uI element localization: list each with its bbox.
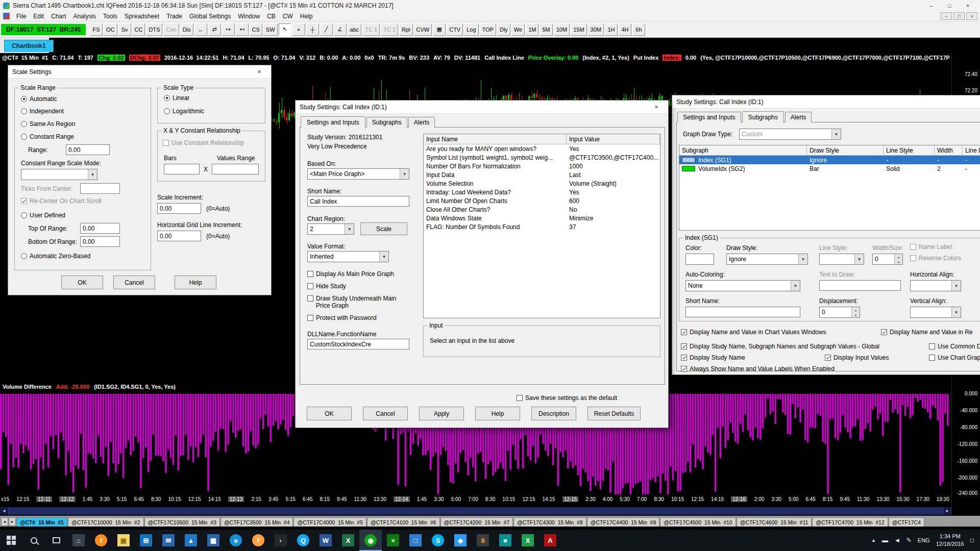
- subgraph-row[interactable]: Index (SG1) Ignore - - -: [679, 156, 980, 164]
- input-row[interactable]: Data Windows State Minimize: [424, 214, 660, 222]
- scroll-left-arrow-icon[interactable]: ◄: [0, 507, 8, 515]
- sv-button[interactable]: Sv: [118, 23, 131, 36]
- tf-6h-button[interactable]: 6h: [632, 23, 645, 36]
- tab-scroll-left-icon[interactable]: ◄: [1, 517, 8, 526]
- tab-alerts[interactable]: Alerts: [408, 117, 435, 128]
- line-style-select[interactable]: ▾: [819, 254, 864, 265]
- independent-radio[interactable]: Independent: [21, 108, 64, 115]
- scale-range-icon-button[interactable]: ↔: [194, 23, 207, 36]
- tray-pen-icon[interactable]: ✎: [906, 537, 912, 544]
- word-icon[interactable]: W: [314, 530, 337, 551]
- text-to-draw-field[interactable]: [819, 280, 901, 291]
- linear-radio[interactable]: Linear: [164, 94, 189, 102]
- subgraph-short-name-field[interactable]: [685, 307, 800, 317]
- photos-icon[interactable]: ▲: [180, 530, 202, 551]
- vertical-align-select[interactable]: ▾: [910, 307, 961, 318]
- scrollbar-thumb[interactable]: [8, 507, 943, 515]
- logarithmic-radio[interactable]: Logarithmic: [164, 108, 204, 115]
- tray-volume-icon[interactable]: ◄: [894, 537, 900, 544]
- reverse-colors-checkbox[interactable]: Reverse Colors: [910, 255, 961, 262]
- column-header[interactable]: Subgraph: [679, 145, 807, 156]
- app-8-icon[interactable]: 8: [472, 530, 494, 551]
- grid-app-icon[interactable]: □: [404, 530, 427, 551]
- trendline-tool-button[interactable]: ╱: [320, 23, 333, 36]
- cancel-button[interactable]: Cancel: [113, 276, 155, 289]
- values-range-field[interactable]: [212, 164, 259, 174]
- column-header[interactable]: Line L: [963, 145, 980, 156]
- display-name-value-region-checkbox[interactable]: Display Name and Value in Re: [881, 329, 973, 336]
- excel-doc-icon[interactable]: X: [517, 530, 539, 551]
- store-icon[interactable]: ⊞: [135, 530, 157, 551]
- excel-icon[interactable]: X: [337, 530, 359, 551]
- constant-range-scale-mode-select[interactable]: ▾: [21, 169, 97, 180]
- cancel-button[interactable]: Cancel: [363, 407, 408, 420]
- input-row[interactable]: FLAG: Number Of Symbols Found 37: [424, 222, 660, 231]
- minimize-button[interactable]: –: [922, 0, 940, 11]
- mdi-restore-button[interactable]: □: [953, 12, 965, 20]
- dialog-title-bar[interactable]: Study Settings: Call Index (ID:1) ×: [296, 101, 668, 114]
- column-header[interactable]: Line Style: [884, 145, 935, 156]
- tf-30m-button[interactable]: 30M: [588, 23, 604, 36]
- dly-button[interactable]: Dly: [497, 23, 510, 36]
- oc-button[interactable]: OC: [104, 23, 117, 36]
- chart-tab[interactable]: @CTF17C4000 15 Min #5: [293, 517, 366, 527]
- skype-icon[interactable]: S: [427, 530, 449, 551]
- hide-study-checkbox[interactable]: Hide Study: [307, 283, 346, 290]
- ticks-from-center-field[interactable]: [80, 183, 120, 194]
- clock[interactable]: 1:34 PM 12/18/2016: [936, 533, 964, 548]
- input-row[interactable]: Symbol List (symbol1 weight1, symbol2 we…: [424, 153, 660, 162]
- draw-style-select[interactable]: Ignore▾: [726, 254, 808, 265]
- color-swatch-button[interactable]: [685, 254, 714, 265]
- display-name-value-chart-values-checkbox[interactable]: Display Name and Value in Chart Values W…: [681, 329, 826, 336]
- sierra-chart-icon[interactable]: ◉: [359, 530, 382, 551]
- goto-start-icon-button[interactable]: ↤: [236, 23, 249, 36]
- green-x-icon[interactable]: ×: [382, 530, 404, 551]
- tf-5m-button[interactable]: 5M: [540, 23, 552, 36]
- column-header[interactable]: Width: [935, 145, 963, 156]
- messenger-icon[interactable]: ◆: [449, 530, 472, 551]
- help-button[interactable]: Help: [475, 407, 520, 420]
- use-chart-graphics-settings-checkbox[interactable]: Use Chart Graphics Settings For Su: [929, 354, 980, 361]
- we-button[interactable]: We: [511, 23, 525, 36]
- recenter-on-scroll-checkbox[interactable]: Re-Center On Chart Scroll: [21, 197, 102, 205]
- chart-tab[interactable]: @CTF17C4700 15 Min #12: [812, 517, 888, 527]
- calendar-icon[interactable]: ▦: [202, 530, 225, 551]
- constant-range-radio[interactable]: Constant Range: [21, 133, 74, 140]
- dts-button[interactable]: DTS: [146, 23, 162, 36]
- tab-alerts[interactable]: Alerts: [785, 112, 812, 122]
- sw-button[interactable]: SW: [263, 23, 278, 36]
- fs-button[interactable]: FS: [90, 23, 103, 36]
- chart-region-select[interactable]: 2▾: [307, 223, 354, 235]
- description-button[interactable]: Description: [531, 407, 576, 420]
- crosshair-tool-button[interactable]: +: [292, 23, 305, 36]
- tray-network-icon[interactable]: ▬: [882, 537, 888, 544]
- use-common-checkbox[interactable]: Use Common D: [929, 343, 980, 350]
- column-header[interactable]: Input Value: [567, 134, 660, 144]
- help-button[interactable]: Help: [175, 276, 216, 289]
- based-on-select[interactable]: <Main Price Graph>▾: [307, 168, 409, 180]
- chart-tab[interactable]: @CTF17C10500 15 Min #3: [144, 517, 220, 527]
- name-label-checkbox[interactable]: Name Label:: [910, 243, 953, 251]
- ctv-button[interactable]: CTV: [447, 23, 463, 36]
- dialog-title-bar[interactable]: Study Settings: Call Index (ID:1) ×: [672, 95, 980, 109]
- tray-expand-icon[interactable]: ▲: [871, 538, 876, 543]
- width-size-stepper[interactable]: 0 ▴▾: [872, 254, 903, 265]
- language-indicator[interactable]: ENG: [918, 537, 930, 543]
- tf-1m-button[interactable]: 1M: [526, 23, 538, 36]
- input-row[interactable]: Number Of Bars For Normalization 1000: [424, 162, 660, 170]
- horizontal-align-select[interactable]: ▾: [910, 280, 961, 291]
- top-button[interactable]: TOP: [480, 23, 496, 36]
- protect-with-password-checkbox[interactable]: Protect with Password: [307, 314, 377, 321]
- automatic-radio[interactable]: Automatic: [21, 95, 57, 103]
- task-view-button[interactable]: [45, 530, 67, 551]
- bars-field[interactable]: [164, 164, 200, 174]
- menu-item[interactable]: CB: [263, 12, 279, 21]
- desktop-app-icon[interactable]: ⌂: [67, 530, 90, 551]
- swap-icon-button[interactable]: ⇄: [208, 23, 221, 36]
- use-constant-relationship-checkbox[interactable]: Use Constant Relationship: [163, 139, 244, 146]
- ok-button[interactable]: OK: [61, 276, 103, 289]
- tc2-button[interactable]: TC 2: [381, 23, 398, 36]
- apply-button[interactable]: Apply: [419, 407, 464, 420]
- maximize-button[interactable]: □: [940, 0, 959, 11]
- teal-app-icon[interactable]: ■: [494, 530, 517, 551]
